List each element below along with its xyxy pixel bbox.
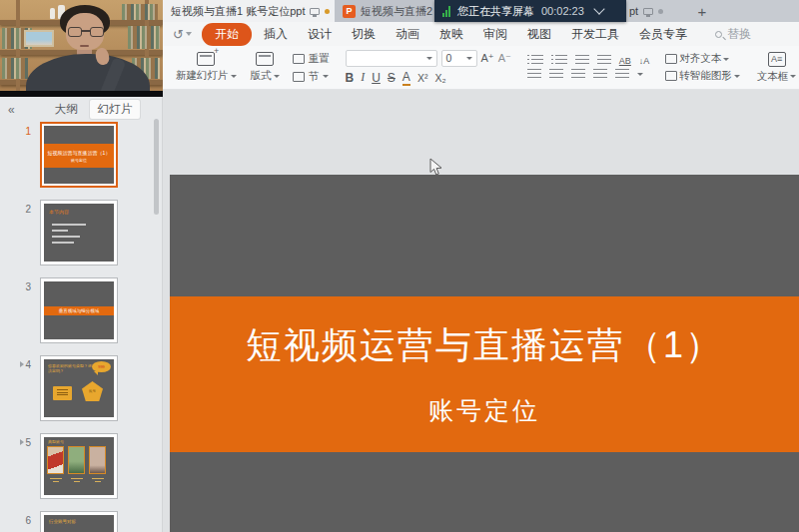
- align-center-icon[interactable]: [549, 69, 563, 80]
- document-tab-active[interactable]: 短视频与直播1 账号定位ppt: [163, 0, 335, 22]
- screen-share-banner[interactable]: 您正在共享屏幕 00:02:23: [434, 0, 626, 22]
- document-tab-3[interactable]: pt: [621, 0, 687, 22]
- share-timer: 00:02:23: [541, 5, 584, 17]
- shared-screen-icon: [310, 8, 320, 15]
- thumb-band-text: 垂直领域与细分领域: [59, 308, 100, 313]
- app-window: 短视频与直播1 账号定位ppt P 短视频与直播2 账号搭建 pt + 您正在共…: [0, 0, 799, 532]
- line-spacing-icon[interactable]: [615, 69, 629, 80]
- presenter-mouth: [80, 45, 89, 47]
- increase-indent-icon[interactable]: [597, 55, 611, 66]
- slide-thumbnail-6[interactable]: 6 行业账号对标: [0, 511, 152, 532]
- align-text-icon: [665, 54, 677, 64]
- thumb-title: 短视频运营与直播运营（1）: [48, 150, 111, 156]
- menu-tab-transition[interactable]: 切换: [342, 23, 386, 46]
- slide-thumbnail-1[interactable]: 1 短视频运营与直播运营（1） 账号定位: [0, 122, 152, 188]
- menu-tab-home[interactable]: 开始: [202, 23, 252, 46]
- smart-graphic-button[interactable]: 转智能图形: [665, 69, 740, 83]
- slide-subtitle[interactable]: 账号定位: [428, 394, 540, 427]
- webcam-video: [0, 0, 163, 97]
- layout-icon: [256, 52, 274, 66]
- search-label: 替换: [727, 26, 751, 43]
- slide-canvas[interactable]: 短视频运营与直播运营（1） 账号定位: [170, 175, 799, 532]
- new-slide-icon: [197, 52, 215, 66]
- align-right-icon[interactable]: [571, 69, 585, 80]
- speech-bubble-shape: 999: [92, 361, 111, 372]
- smart-graphic-icon: [665, 71, 677, 81]
- align-left-icon[interactable]: [527, 69, 541, 80]
- rectangle-shape: [53, 386, 72, 400]
- menu-tab-design[interactable]: 设计: [298, 23, 342, 46]
- slide-thumbnail-4[interactable]: 4 你喜欢刷的账号类型？还不能决定吗？ 999 账号: [0, 355, 152, 421]
- thumb-caption: 典型账号: [48, 439, 64, 444]
- grow-font-button[interactable]: A⁺: [481, 52, 494, 65]
- tab-outline[interactable]: 大纲: [47, 100, 86, 119]
- panel-scrollbar[interactable]: [154, 119, 159, 215]
- subscript-button[interactable]: X₂: [434, 72, 445, 84]
- menu-bar: ↺ 开始 插入 设计 切换 动画 放映 审阅 视图 开发工具 会员专享 替换: [163, 22, 799, 46]
- shrink-font-button[interactable]: A⁻: [498, 52, 511, 65]
- strikethrough-button[interactable]: S: [388, 71, 396, 85]
- underline-button[interactable]: U: [372, 71, 381, 85]
- webcam-bottom-bar: [0, 91, 163, 97]
- slide-thumbnail-3[interactable]: 3 垂直领域与细分领域: [0, 277, 152, 343]
- menu-tab-slideshow[interactable]: 放映: [429, 23, 473, 46]
- italic-button[interactable]: I: [361, 70, 365, 85]
- search-icon: [715, 31, 722, 38]
- slide-number: 2: [0, 200, 40, 266]
- thumb-photo-3: [89, 446, 106, 474]
- slide-number: 5: [0, 433, 40, 499]
- menu-tab-view[interactable]: 视图: [517, 23, 561, 46]
- thumb-photo-1: [47, 446, 64, 474]
- text-box-button[interactable]: A≡ 文本框: [750, 46, 799, 89]
- new-slide-button[interactable]: 新建幻灯片: [169, 46, 244, 89]
- menu-tab-member[interactable]: 会员专享: [629, 23, 697, 46]
- new-tab-button[interactable]: +: [689, 0, 715, 22]
- glasses: [68, 27, 104, 38]
- undo-icon[interactable]: ↺: [173, 27, 184, 42]
- pentagon-shape: 账号: [82, 381, 103, 401]
- align-text-button[interactable]: 对齐文本: [665, 52, 740, 66]
- books-decor: [122, 4, 158, 20]
- undo-dropdown-icon[interactable]: [186, 32, 192, 36]
- books-decor: [2, 58, 28, 79]
- font-name-select[interactable]: [346, 50, 437, 67]
- thumb-caption: 行业账号对标: [49, 519, 76, 524]
- numbered-list-icon[interactable]: [551, 55, 567, 66]
- recording-dot-icon: [658, 9, 663, 14]
- slide-number: 1: [0, 122, 40, 188]
- slide-number: 6: [0, 511, 40, 532]
- reset-button[interactable]: 重置: [293, 52, 330, 66]
- bullet-list-icon[interactable]: [527, 55, 543, 66]
- share-status-text: 您正在共享屏幕: [457, 4, 534, 19]
- recording-dot-icon: [325, 9, 330, 14]
- books-decor: [128, 26, 160, 49]
- line-spacing-dropdown-icon[interactable]: [637, 73, 643, 76]
- section-button[interactable]: 节: [293, 70, 330, 84]
- font-color-button[interactable]: A: [402, 70, 410, 86]
- menu-tab-animation[interactable]: 动画: [386, 23, 429, 46]
- bold-button[interactable]: B: [346, 71, 355, 85]
- font-size-select[interactable]: 0: [441, 50, 477, 67]
- slide-thumbnail-2[interactable]: 2 本节内容: [0, 200, 152, 266]
- superscript-button[interactable]: X²: [417, 72, 428, 84]
- collapse-panel-button[interactable]: «: [8, 103, 15, 117]
- justify-icon[interactable]: [593, 69, 607, 80]
- tab-label: 短视频与直播1 账号定位ppt: [171, 4, 305, 19]
- decrease-indent-icon[interactable]: [575, 55, 589, 66]
- text-direction-button[interactable]: ↓A: [639, 56, 650, 66]
- shared-screen-icon: [643, 8, 653, 15]
- menu-tab-insert[interactable]: 插入: [254, 23, 298, 46]
- slide-thumbnail-5[interactable]: 5 典型账号: [0, 433, 152, 499]
- tab-slides[interactable]: 幻灯片: [90, 100, 141, 119]
- layout-button[interactable]: 版式: [244, 46, 287, 89]
- menu-tab-devtools[interactable]: 开发工具: [561, 23, 629, 46]
- search-box[interactable]: 替换: [715, 26, 751, 43]
- char-spacing-button[interactable]: AB: [619, 56, 631, 66]
- slide-panel: « 大纲 幻灯片 1 短视频运营与直播运营（1） 账号定位 2: [0, 97, 163, 532]
- menu-tab-review[interactable]: 审阅: [473, 23, 517, 46]
- title-band[interactable]: 短视频运营与直播运营（1） 账号定位: [170, 296, 799, 452]
- thumb-photo-2: [68, 446, 85, 474]
- slide-title[interactable]: 短视频运营与直播运营（1）: [246, 321, 723, 370]
- reset-icon: [293, 54, 305, 64]
- chevron-down-icon[interactable]: [593, 3, 604, 14]
